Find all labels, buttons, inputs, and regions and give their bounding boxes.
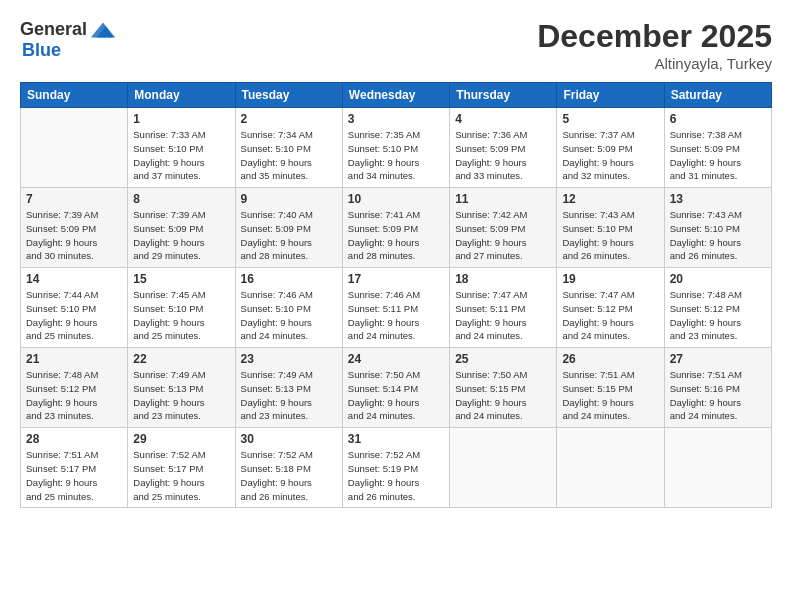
calendar-header-row: SundayMondayTuesdayWednesdayThursdayFrid… [21,83,772,108]
calendar-cell: 17Sunrise: 7:46 AM Sunset: 5:11 PM Dayli… [342,268,449,348]
logo-text: General [20,18,117,40]
calendar-cell: 22Sunrise: 7:49 AM Sunset: 5:13 PM Dayli… [128,348,235,428]
day-number: 15 [133,272,229,286]
day-info: Sunrise: 7:48 AM Sunset: 5:12 PM Dayligh… [670,288,766,343]
day-number: 22 [133,352,229,366]
day-info: Sunrise: 7:39 AM Sunset: 5:09 PM Dayligh… [133,208,229,263]
day-number: 3 [348,112,444,126]
calendar-cell: 11Sunrise: 7:42 AM Sunset: 5:09 PM Dayli… [450,188,557,268]
calendar-cell: 28Sunrise: 7:51 AM Sunset: 5:17 PM Dayli… [21,428,128,508]
day-info: Sunrise: 7:43 AM Sunset: 5:10 PM Dayligh… [670,208,766,263]
calendar-cell: 3Sunrise: 7:35 AM Sunset: 5:10 PM Daylig… [342,108,449,188]
page: General Blue December 2025 Altinyayla, T… [0,0,792,612]
calendar-cell: 1Sunrise: 7:33 AM Sunset: 5:10 PM Daylig… [128,108,235,188]
day-number: 28 [26,432,122,446]
day-info: Sunrise: 7:52 AM Sunset: 5:17 PM Dayligh… [133,448,229,503]
day-info: Sunrise: 7:51 AM Sunset: 5:17 PM Dayligh… [26,448,122,503]
day-number: 14 [26,272,122,286]
calendar-cell: 14Sunrise: 7:44 AM Sunset: 5:10 PM Dayli… [21,268,128,348]
calendar-week-row: 1Sunrise: 7:33 AM Sunset: 5:10 PM Daylig… [21,108,772,188]
title-block: December 2025 Altinyayla, Turkey [537,18,772,72]
calendar-cell: 10Sunrise: 7:41 AM Sunset: 5:09 PM Dayli… [342,188,449,268]
day-info: Sunrise: 7:47 AM Sunset: 5:11 PM Dayligh… [455,288,551,343]
day-number: 23 [241,352,337,366]
calendar-header-saturday: Saturday [664,83,771,108]
day-info: Sunrise: 7:38 AM Sunset: 5:09 PM Dayligh… [670,128,766,183]
calendar-cell: 21Sunrise: 7:48 AM Sunset: 5:12 PM Dayli… [21,348,128,428]
day-info: Sunrise: 7:36 AM Sunset: 5:09 PM Dayligh… [455,128,551,183]
calendar-cell: 31Sunrise: 7:52 AM Sunset: 5:19 PM Dayli… [342,428,449,508]
day-number: 10 [348,192,444,206]
day-number: 24 [348,352,444,366]
day-number: 25 [455,352,551,366]
calendar-header-wednesday: Wednesday [342,83,449,108]
title-location: Altinyayla, Turkey [537,55,772,72]
calendar-cell: 20Sunrise: 7:48 AM Sunset: 5:12 PM Dayli… [664,268,771,348]
day-number: 18 [455,272,551,286]
day-number: 19 [562,272,658,286]
logo: General Blue [20,18,117,61]
calendar-cell: 30Sunrise: 7:52 AM Sunset: 5:18 PM Dayli… [235,428,342,508]
day-number: 21 [26,352,122,366]
calendar-cell [557,428,664,508]
calendar-header-sunday: Sunday [21,83,128,108]
day-number: 5 [562,112,658,126]
title-month: December 2025 [537,18,772,55]
day-number: 31 [348,432,444,446]
day-info: Sunrise: 7:49 AM Sunset: 5:13 PM Dayligh… [133,368,229,423]
calendar-cell: 26Sunrise: 7:51 AM Sunset: 5:15 PM Dayli… [557,348,664,428]
calendar-cell: 8Sunrise: 7:39 AM Sunset: 5:09 PM Daylig… [128,188,235,268]
day-number: 8 [133,192,229,206]
day-info: Sunrise: 7:52 AM Sunset: 5:18 PM Dayligh… [241,448,337,503]
logo-icon [89,18,117,40]
day-number: 29 [133,432,229,446]
day-info: Sunrise: 7:47 AM Sunset: 5:12 PM Dayligh… [562,288,658,343]
calendar-header-monday: Monday [128,83,235,108]
calendar-table: SundayMondayTuesdayWednesdayThursdayFrid… [20,82,772,508]
calendar-cell: 18Sunrise: 7:47 AM Sunset: 5:11 PM Dayli… [450,268,557,348]
day-info: Sunrise: 7:34 AM Sunset: 5:10 PM Dayligh… [241,128,337,183]
calendar-cell: 6Sunrise: 7:38 AM Sunset: 5:09 PM Daylig… [664,108,771,188]
calendar-cell: 27Sunrise: 7:51 AM Sunset: 5:16 PM Dayli… [664,348,771,428]
day-info: Sunrise: 7:49 AM Sunset: 5:13 PM Dayligh… [241,368,337,423]
day-info: Sunrise: 7:51 AM Sunset: 5:16 PM Dayligh… [670,368,766,423]
calendar-cell: 4Sunrise: 7:36 AM Sunset: 5:09 PM Daylig… [450,108,557,188]
calendar-cell: 7Sunrise: 7:39 AM Sunset: 5:09 PM Daylig… [21,188,128,268]
day-number: 13 [670,192,766,206]
day-number: 17 [348,272,444,286]
calendar-cell: 12Sunrise: 7:43 AM Sunset: 5:10 PM Dayli… [557,188,664,268]
calendar-cell: 24Sunrise: 7:50 AM Sunset: 5:14 PM Dayli… [342,348,449,428]
calendar-cell: 13Sunrise: 7:43 AM Sunset: 5:10 PM Dayli… [664,188,771,268]
logo-general-text: General [20,19,87,40]
day-info: Sunrise: 7:46 AM Sunset: 5:10 PM Dayligh… [241,288,337,343]
calendar-cell: 15Sunrise: 7:45 AM Sunset: 5:10 PM Dayli… [128,268,235,348]
day-info: Sunrise: 7:50 AM Sunset: 5:15 PM Dayligh… [455,368,551,423]
calendar-week-row: 14Sunrise: 7:44 AM Sunset: 5:10 PM Dayli… [21,268,772,348]
calendar-cell: 5Sunrise: 7:37 AM Sunset: 5:09 PM Daylig… [557,108,664,188]
day-number: 12 [562,192,658,206]
day-info: Sunrise: 7:37 AM Sunset: 5:09 PM Dayligh… [562,128,658,183]
calendar-cell: 9Sunrise: 7:40 AM Sunset: 5:09 PM Daylig… [235,188,342,268]
day-number: 20 [670,272,766,286]
day-number: 27 [670,352,766,366]
day-number: 9 [241,192,337,206]
day-number: 26 [562,352,658,366]
day-number: 2 [241,112,337,126]
calendar-cell: 23Sunrise: 7:49 AM Sunset: 5:13 PM Dayli… [235,348,342,428]
calendar-cell [21,108,128,188]
day-number: 4 [455,112,551,126]
calendar-week-row: 21Sunrise: 7:48 AM Sunset: 5:12 PM Dayli… [21,348,772,428]
logo-blue-text: Blue [22,40,61,61]
day-number: 1 [133,112,229,126]
calendar-week-row: 7Sunrise: 7:39 AM Sunset: 5:09 PM Daylig… [21,188,772,268]
day-info: Sunrise: 7:52 AM Sunset: 5:19 PM Dayligh… [348,448,444,503]
day-info: Sunrise: 7:35 AM Sunset: 5:10 PM Dayligh… [348,128,444,183]
day-info: Sunrise: 7:42 AM Sunset: 5:09 PM Dayligh… [455,208,551,263]
day-info: Sunrise: 7:43 AM Sunset: 5:10 PM Dayligh… [562,208,658,263]
day-info: Sunrise: 7:51 AM Sunset: 5:15 PM Dayligh… [562,368,658,423]
day-info: Sunrise: 7:41 AM Sunset: 5:09 PM Dayligh… [348,208,444,263]
header: General Blue December 2025 Altinyayla, T… [20,18,772,72]
calendar-cell [450,428,557,508]
day-info: Sunrise: 7:40 AM Sunset: 5:09 PM Dayligh… [241,208,337,263]
day-number: 16 [241,272,337,286]
